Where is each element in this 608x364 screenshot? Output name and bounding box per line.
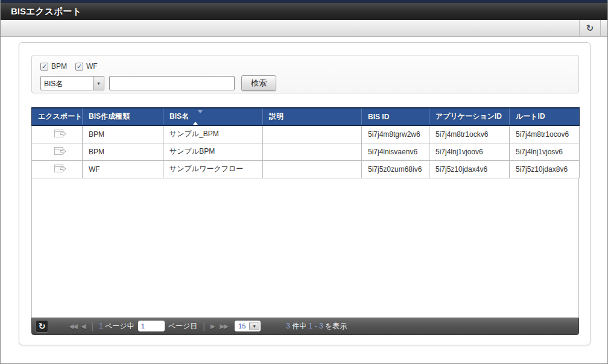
page-size-select[interactable]: 15 ▼ [235, 321, 261, 331]
search-field-select-value: BIS名 [41, 77, 93, 90]
page-size-value: 15 [235, 321, 249, 331]
column-header-bis-id[interactable]: BIS ID [362, 108, 429, 125]
description-cell [263, 125, 362, 143]
next-page-button[interactable]: ▶ [211, 322, 215, 330]
grid-empty-area [31, 178, 579, 318]
table-header-row: エクスポート BIS作成種類 BIS名 説明 BIS ID アプリケーションID… [32, 108, 580, 125]
bis-type-cell: BPM [83, 143, 163, 160]
column-header-description[interactable]: 説明 [263, 108, 362, 125]
check-icon: ✓ [77, 63, 82, 70]
content-area: ✓ BPM ✓ WF BIS名 ▼ 検索 [1, 37, 607, 363]
bpm-checkbox[interactable]: ✓ [40, 63, 48, 71]
total-pages-label: ページ中 [105, 322, 135, 330]
export-icon[interactable] [54, 146, 66, 155]
record-summary: 3 件中 1 - 3 を表示 [286, 321, 347, 331]
table-row: BPM サンプル_BPM 5i7j4m8tgrw2w6 5i7j4m8tr1oc… [32, 125, 580, 143]
check-icon: ✓ [42, 63, 47, 70]
type-filter-row: ✓ BPM ✓ WF [40, 61, 571, 72]
toolbar: ↻ [1, 20, 607, 37]
bis-name-cell: サンプル_BPM [163, 125, 263, 143]
refresh-icon: ↻ [39, 322, 46, 330]
combo-dropdown-button[interactable]: ▼ [93, 77, 104, 90]
summary-count: 3 [286, 322, 290, 330]
search-keyword-input[interactable] [109, 76, 235, 90]
bis-id-cell: 5i7j4lnisvaenv6 [362, 143, 429, 160]
search-field-select[interactable]: BIS名 ▼ [40, 76, 104, 90]
search-button[interactable]: 検索 [241, 75, 276, 91]
total-pages-value: 1 [99, 322, 103, 330]
app-id-cell: 5i7j4m8tr1ockv6 [429, 125, 510, 143]
table-row: WF サンプルワークフロー 5i7j5z0zum68iv6 5i7j5z10jd… [32, 160, 580, 178]
bis-id-cell: 5i7j5z0zum68iv6 [362, 160, 429, 178]
chevron-down-icon: ▼ [252, 324, 256, 328]
last-page-button[interactable]: ▶▶ [220, 322, 227, 330]
route-id-cell: 5i7j4m8tr1ocov6 [510, 125, 580, 143]
column-header-route-id[interactable]: ルートID [510, 108, 580, 125]
bis-name-cell: サンプルBPM [163, 143, 263, 160]
bis-export-window: BISエクスポート ↻ ✓ BPM ✓ WF BIS名 ▼ [0, 0, 608, 364]
bis-id-cell: 5i7j4m8tgrw2w6 [362, 125, 429, 143]
export-icon[interactable] [54, 129, 66, 138]
pager-separator: | [203, 321, 205, 331]
export-cell [32, 160, 83, 178]
column-header-bis-name[interactable]: BIS名 [163, 108, 263, 125]
column-header-app-id[interactable]: アプリケーションID [429, 108, 510, 125]
result-table: エクスポート BIS作成種類 BIS名 説明 BIS ID アプリケーションID… [31, 107, 580, 178]
wf-checkbox-label: WF [86, 62, 98, 71]
titlebar: BISエクスポート [1, 3, 607, 20]
route-id-cell: 5i7j5z10jdax8v6 [510, 160, 580, 178]
wf-checkbox[interactable]: ✓ [75, 63, 83, 71]
column-header-bis-name-label: BIS名 [169, 112, 189, 121]
export-cell [32, 143, 83, 160]
prev-page-button[interactable]: ◀ [81, 322, 86, 330]
page-input-label: ページ目 [168, 321, 198, 331]
route-id-cell: 5i7j4lnj1vjosv6 [510, 143, 580, 160]
pagination-bar: ↻ ◀◀ ◀ | 1 ページ中 ページ目 | ▶ ▶▶ 15 ▼ 3 件中 1 … [31, 318, 579, 335]
search-field-row: BIS名 ▼ 検索 [40, 75, 571, 91]
page-title: BISエクスポート [11, 6, 81, 17]
page-number-input[interactable] [138, 321, 165, 331]
chevron-down-icon: ▼ [97, 81, 101, 86]
bis-type-cell: WF [83, 160, 163, 178]
grid-refresh-button[interactable]: ↻ [36, 320, 48, 333]
result-grid: エクスポート BIS作成種類 BIS名 説明 BIS ID アプリケーションID… [31, 107, 578, 335]
page-size-dropdown-button[interactable]: ▼ [249, 322, 259, 330]
pager-separator: | [91, 321, 93, 331]
description-cell [263, 160, 362, 178]
search-box: ✓ BPM ✓ WF BIS名 ▼ 検索 [31, 55, 579, 93]
toolbar-end-spacer [601, 20, 607, 36]
description-cell [263, 143, 362, 160]
column-header-export[interactable]: エクスポート [32, 108, 83, 125]
summary-suffix-label: を表示 [325, 322, 347, 330]
app-id-cell: 5i7j5z10jdax4v6 [429, 160, 510, 178]
first-page-button[interactable]: ◀◀ [69, 322, 77, 330]
bis-type-cell: BPM [83, 125, 163, 143]
bis-name-cell: サンプルワークフロー [163, 160, 263, 178]
refresh-button[interactable]: ↻ [579, 20, 601, 36]
refresh-icon: ↻ [586, 23, 594, 34]
table-row: BPM サンプルBPM 5i7j4lnisvaenv6 5i7j4lnj1vjo… [32, 143, 580, 160]
main-panel: ✓ BPM ✓ WF BIS名 ▼ 検索 [19, 42, 591, 345]
export-cell [32, 125, 83, 143]
toolbar-spacer [1, 20, 579, 36]
column-header-bis-type[interactable]: BIS作成種類 [83, 108, 163, 125]
bpm-checkbox-label: BPM [51, 62, 67, 71]
summary-mid-label: 件中 [292, 322, 306, 330]
summary-range: 1 - 3 [309, 322, 323, 330]
export-icon[interactable] [54, 164, 66, 173]
sort-icon[interactable] [193, 113, 203, 122]
app-id-cell: 5i7j4lnj1vjoov6 [429, 143, 510, 160]
